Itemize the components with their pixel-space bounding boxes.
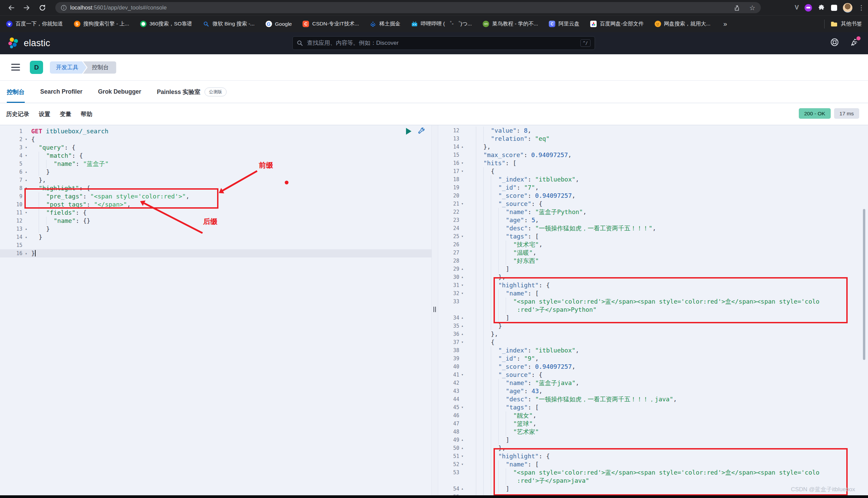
fold-toggle-icon[interactable]: ▴ — [459, 143, 465, 151]
panel-resize-handle[interactable] — [432, 125, 438, 495]
bookmark-item[interactable]: 百度网盘-全部文件 — [590, 21, 643, 27]
fold-toggle-icon[interactable]: ▴ — [22, 225, 30, 233]
reload-icon[interactable] — [37, 3, 48, 13]
request-editor[interactable]: 1GET itbluebox/_search2▾{3▾"query": {4▾"… — [0, 125, 432, 495]
tab-search-profiler[interactable]: Search Profiler — [40, 81, 83, 103]
bookmark-item[interactable]: GGoogle — [266, 21, 292, 27]
editor-line[interactable]: 10"post_tags": "</span>", — [0, 200, 432, 209]
fold-toggle-icon[interactable]: ▴ — [459, 485, 465, 493]
share-icon[interactable] — [733, 4, 740, 12]
white-extension-icon[interactable] — [831, 5, 837, 11]
global-search-bar[interactable]: ^/ — [292, 36, 595, 50]
space-avatar[interactable]: D — [30, 61, 43, 74]
tab-painless-实验室[interactable]: Painless 实验室公测版 — [157, 81, 226, 103]
fold-toggle-icon[interactable]: ▴ — [459, 436, 465, 444]
tab-grok-debugger[interactable]: Grok Debugger — [98, 81, 141, 103]
console-menu-设置[interactable]: 设置 — [39, 110, 50, 118]
console-menu-变量[interactable]: 变量 — [60, 110, 71, 118]
purple-extension-icon[interactable] — [805, 4, 812, 12]
editor-line[interactable]: 5"name": "蓝盒子" — [0, 160, 432, 168]
fold-toggle-icon[interactable]: ▴ — [459, 444, 465, 452]
fold-toggle-icon[interactable]: ▴ — [22, 168, 30, 176]
line-number: 16 — [438, 159, 459, 167]
fold-toggle-icon[interactable]: ▾ — [459, 403, 465, 411]
console-menu-历史记录[interactable]: 历史记录 — [6, 110, 29, 118]
fold-toggle-icon[interactable]: ▾ — [459, 338, 465, 346]
editor-line[interactable]: 3▾"query": { — [0, 144, 432, 152]
fold-toggle-icon[interactable]: ▴ — [22, 176, 30, 184]
search-icon — [297, 40, 303, 46]
fold-toggle-icon[interactable]: ▾ — [459, 200, 465, 208]
fold-toggle-icon[interactable]: ▴ — [459, 493, 465, 495]
editor-line[interactable]: 16▴} — [0, 249, 432, 258]
fold-toggle-icon[interactable]: ▴ — [22, 249, 30, 258]
fold-toggle-icon[interactable]: ▾ — [459, 281, 465, 289]
fold-toggle-icon[interactable]: ▾ — [459, 232, 465, 240]
line-number: 55 — [438, 493, 459, 495]
bookmark-item[interactable]: 百度一下，你就知道 — [6, 21, 63, 27]
bookmark-item[interactable]: S搜狗搜索引擎 - 上... — [74, 21, 129, 27]
site-info-icon[interactable] — [61, 5, 67, 11]
editor-line[interactable]: 2▾{ — [0, 135, 432, 144]
bookmark-item[interactable]: </>菜鸟教程 - 学的不... — [483, 21, 538, 27]
back-icon[interactable] — [6, 3, 16, 13]
fold-toggle-icon[interactable]: ▴ — [459, 314, 465, 322]
vue-devtools-extension-icon[interactable]: V — [795, 4, 799, 11]
search-input[interactable] — [306, 39, 577, 47]
bookmark-item[interactable]: 稀土掘金 — [370, 21, 400, 27]
help-icon[interactable] — [830, 38, 839, 47]
breadcrumb-dev-tools[interactable]: 开发工具 — [50, 62, 87, 74]
fold-toggle-icon[interactable]: ▾ — [22, 135, 30, 144]
menu-icon[interactable] — [11, 64, 20, 70]
code-text: ] — [465, 265, 868, 273]
output-scrollbar[interactable] — [863, 209, 865, 360]
browser-profile-avatar[interactable] — [843, 3, 852, 13]
fold-toggle-icon[interactable]: ▾ — [459, 167, 465, 175]
extensions-puzzle-icon[interactable] — [818, 4, 825, 12]
tab-控制台[interactable]: 控制台 — [7, 81, 25, 103]
fold-toggle-icon[interactable]: ▴ — [459, 322, 465, 330]
editor-line[interactable]: 15 — [0, 241, 432, 249]
editor-line[interactable]: 8▾"highlight": { — [0, 184, 432, 192]
console-menu-帮助[interactable]: 帮助 — [81, 110, 92, 118]
send-request-button[interactable] — [406, 128, 411, 135]
fold-toggle-icon[interactable]: ▾ — [22, 152, 30, 160]
bookmarks-overflow-chevron[interactable]: » — [723, 20, 727, 28]
news-feed-icon[interactable] — [850, 38, 859, 47]
address-bar[interactable]: localhost:5601/app/dev_tools#/console ☆ — [55, 2, 761, 13]
fold-toggle-icon[interactable]: ▴ — [459, 265, 465, 273]
bookmark-item[interactable]: 哔哩哔哩 ( ゜- ゜)つ... — [411, 21, 472, 27]
bookmark-item[interactable]: C阿里云盘 — [549, 21, 579, 27]
fold-toggle-icon[interactable]: ▾ — [459, 289, 465, 298]
editor-line[interactable]: 1GET itbluebox/_search — [0, 127, 432, 135]
bookmark-item[interactable]: CCSDN-专业IT技术... — [303, 21, 359, 27]
fold-toggle-icon[interactable]: ▴ — [459, 273, 465, 281]
fold-toggle-icon[interactable]: ▾ — [459, 159, 465, 167]
fold-toggle-icon[interactable]: ▾ — [22, 144, 30, 152]
editor-line[interactable]: 11▾"fields": { — [0, 209, 432, 217]
gutter: 12 — [0, 217, 30, 225]
fold-toggle-icon[interactable]: ▾ — [459, 371, 465, 379]
bookmark-star-icon[interactable]: ☆ — [749, 4, 755, 12]
fold-toggle-icon[interactable]: ▾ — [22, 209, 30, 217]
bookmark-item[interactable]: 360搜索，SO靠谱 — [140, 21, 192, 27]
fold-toggle-icon[interactable]: ▴ — [459, 330, 465, 338]
fold-toggle-icon[interactable]: ▾ — [459, 460, 465, 469]
editor-line[interactable]: 6▴} — [0, 168, 432, 176]
editor-line[interactable]: 14▴} — [0, 233, 432, 241]
editor-line[interactable]: 4▾"match": { — [0, 152, 432, 160]
fold-toggle-icon[interactable]: ▾ — [22, 184, 30, 192]
fold-toggle-icon[interactable]: ▴ — [22, 233, 30, 241]
url-text[interactable]: localhost:5601/app/dev_tools#/console — [70, 4, 167, 11]
request-wrench-icon[interactable] — [417, 127, 426, 136]
bookmark-item[interactable]: 网盘搜索，就用大... — [655, 21, 711, 27]
bookmark-item[interactable]: 微软 Bing 搜索 -... — [203, 21, 254, 27]
other-bookmarks-button[interactable]: 其他书签 — [841, 21, 862, 27]
editor-line[interactable]: 7▴}, — [0, 176, 432, 184]
forward-icon[interactable] — [22, 3, 32, 13]
line-number: 8 — [0, 184, 22, 192]
fold-toggle-icon[interactable]: ▾ — [459, 452, 465, 460]
browser-menu-icon[interactable]: ⋮ — [858, 4, 865, 11]
editor-line[interactable]: 9"pre_tags": "<span style='color:red'>", — [0, 192, 432, 200]
elastic-brand[interactable]: elastic — [8, 37, 50, 49]
